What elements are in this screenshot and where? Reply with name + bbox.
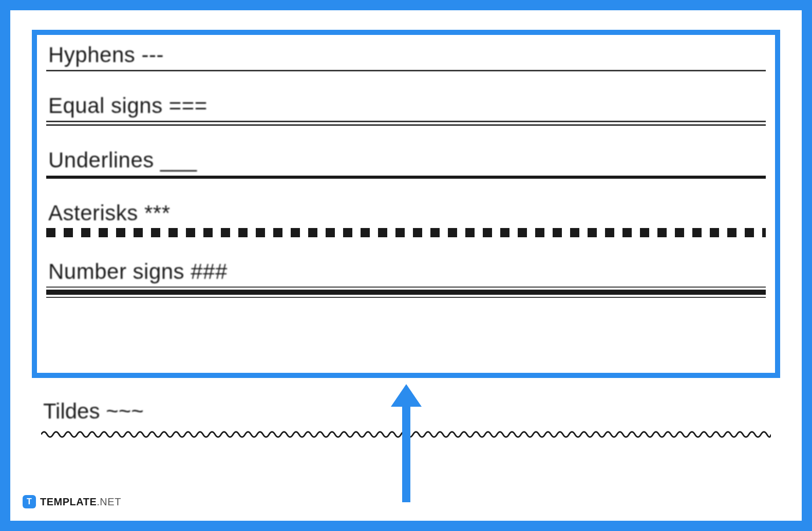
logo-letter: T	[27, 497, 32, 506]
line-numbersigns-triple	[46, 287, 766, 298]
watermark: T TEMPLATE.NET	[23, 495, 121, 508]
line-tildes-wavy	[41, 428, 771, 439]
row-equals: Equal signs ===	[46, 94, 766, 126]
row-numbersigns: Number signs ###	[46, 260, 766, 298]
row-underlines: Underlines ___	[46, 148, 766, 178]
row-asterisks: Asterisks ***	[46, 201, 766, 237]
line-hyphens	[46, 70, 766, 71]
label-underlines: Underlines ___	[46, 148, 766, 172]
label-asterisks: Asterisks ***	[46, 201, 766, 225]
t-logo-icon: T	[23, 495, 36, 508]
highlighted-content-box: Hyphens --- Equal signs === Underlines _…	[32, 30, 780, 378]
line-equals	[46, 121, 766, 126]
brand-light: .NET	[97, 496, 121, 507]
brand-bold: TEMPLATE	[40, 496, 97, 507]
line-underlines	[46, 176, 766, 179]
row-tildes: Tildes ~~~	[41, 400, 771, 439]
label-equals: Equal signs ===	[46, 94, 766, 118]
brand-text: TEMPLATE.NET	[40, 496, 121, 508]
row-hyphens: Hyphens ---	[46, 43, 766, 71]
label-tildes: Tildes ~~~	[41, 400, 771, 423]
outer-frame: Hyphens --- Equal signs === Underlines _…	[0, 0, 812, 531]
label-hyphens: Hyphens ---	[46, 43, 766, 67]
label-numbersigns: Number signs ###	[46, 260, 766, 283]
line-asterisks-dotted	[46, 228, 766, 237]
